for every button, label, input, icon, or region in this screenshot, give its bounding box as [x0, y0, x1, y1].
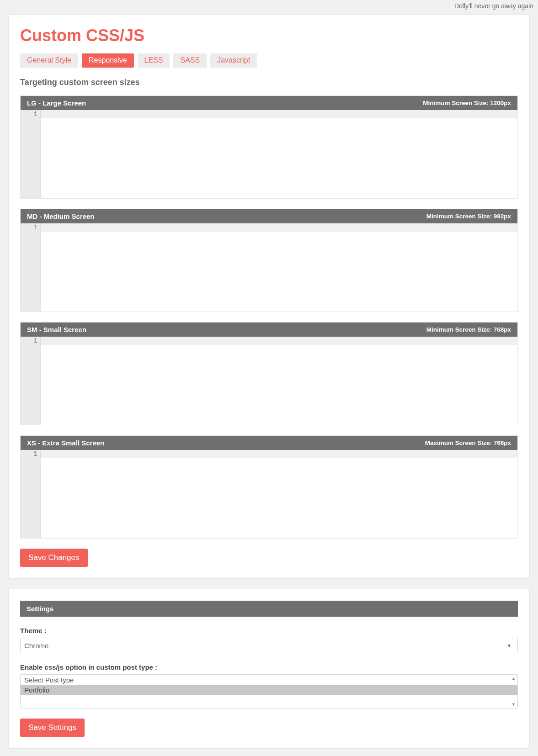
code-body-md[interactable] [21, 232, 517, 312]
gutter-md: 1 [21, 223, 41, 232]
code-body-xs[interactable] [21, 458, 517, 538]
save-changes-button[interactable]: Save Changes [20, 549, 88, 567]
post-type-label: Enable css/js option in custom post type… [20, 663, 518, 671]
line-number-md: 1 [21, 223, 37, 232]
settings-card: Settings Theme : Chrome ▼ Enable css/js … [8, 589, 530, 749]
tab-sass[interactable]: SASS [173, 53, 207, 68]
editor-header-lg: LG - Large Screen Minimum Screen Size: 1… [21, 96, 517, 110]
gutter-rest-md [21, 232, 41, 312]
post-type-multiselect[interactable]: Select Post type Portfolio ▲ ▼ [20, 674, 518, 708]
editor-header-sm: SM - Small Screen Minimum Screen Size: 7… [21, 322, 517, 337]
editor-title-sm: SM - Small Screen [27, 326, 86, 333]
tab-less[interactable]: LESS [138, 53, 170, 68]
page-title: Custom CSS/JS [20, 26, 518, 45]
gutter-xs: 1 [21, 450, 41, 458]
line-number-lg: 1 [21, 110, 37, 118]
gutter-rest-sm [21, 345, 41, 425]
code-first-row-xs[interactable]: 1 [21, 450, 517, 458]
gutter-lg: 1 [21, 110, 41, 118]
gutter-sm: 1 [21, 337, 41, 345]
editor-meta-xs: Maximum Screen Size: 768px [425, 439, 511, 446]
editor-title-md: MD - Medium Screen [27, 212, 95, 220]
save-settings-button[interactable]: Save Settings [20, 719, 85, 737]
code-first-row-md[interactable]: 1 [21, 223, 517, 232]
tab-javascript[interactable]: Javascript [210, 53, 257, 68]
theme-select[interactable]: Chrome [20, 638, 518, 653]
gutter-rest-xs [21, 458, 41, 538]
editor-title-lg: LG - Large Screen [27, 99, 86, 107]
post-type-placeholder: Select Post type [21, 675, 517, 685]
editor-meta-lg: Minimum Screen Size: 1200px [423, 100, 511, 106]
editor-meta-sm: Minimum Screen Size: 768px [426, 326, 511, 333]
theme-label: Theme : [20, 627, 518, 634]
code-area-sm[interactable] [41, 345, 517, 425]
main-card: Custom CSS/JS General Style Responsive L… [8, 14, 530, 579]
editor-panel-xs: XS - Extra Small Screen Maximum Screen S… [20, 435, 518, 539]
tab-general-style[interactable]: General Style [20, 53, 78, 68]
code-area-xs[interactable] [41, 458, 517, 538]
editor-header-xs: XS - Extra Small Screen Maximum Screen S… [21, 436, 517, 450]
code-first-row-lg[interactable]: 1 [21, 110, 517, 118]
code-area-md[interactable] [41, 232, 517, 312]
tabs-container: General Style Responsive LESS SASS Javas… [20, 53, 518, 68]
editor-panel-md: MD - Medium Screen Minimum Screen Size: … [20, 209, 518, 312]
code-first-row-sm[interactable]: 1 [21, 337, 517, 345]
line-number-sm: 1 [21, 337, 37, 345]
gutter-rest-lg [21, 118, 41, 198]
code-body-sm[interactable] [21, 345, 517, 425]
code-first-line-xs[interactable] [41, 450, 517, 458]
code-first-line-lg[interactable] [41, 110, 517, 118]
code-first-line-md[interactable] [41, 223, 517, 232]
tab-responsive[interactable]: Responsive [82, 53, 134, 68]
post-type-item-portfolio[interactable]: Portfolio [21, 685, 517, 695]
code-first-line-sm[interactable] [41, 337, 517, 345]
scroll-up-icon[interactable]: ▲ [511, 676, 516, 681]
section-subtitle: Targeting custom screen sizes [20, 78, 518, 87]
scroll-down-icon[interactable]: ▼ [511, 702, 516, 707]
code-body-lg[interactable] [21, 118, 517, 198]
top-banner-text: Dolly'll never go away again [0, 0, 538, 10]
line-number-xs: 1 [21, 450, 37, 458]
multiselect-scroll[interactable]: ▲ ▼ [510, 675, 517, 708]
editor-header-md: MD - Medium Screen Minimum Screen Size: … [21, 209, 517, 223]
editor-title-xs: XS - Extra Small Screen [27, 439, 104, 447]
editor-meta-md: Minimum Screen Size: 992px [426, 213, 511, 220]
theme-select-wrap: Chrome ▼ [20, 638, 518, 653]
code-area-lg[interactable] [41, 118, 517, 198]
settings-header: Settings [20, 601, 518, 617]
editor-panel-lg: LG - Large Screen Minimum Screen Size: 1… [20, 95, 518, 199]
editor-panel-sm: SM - Small Screen Minimum Screen Size: 7… [20, 322, 518, 425]
